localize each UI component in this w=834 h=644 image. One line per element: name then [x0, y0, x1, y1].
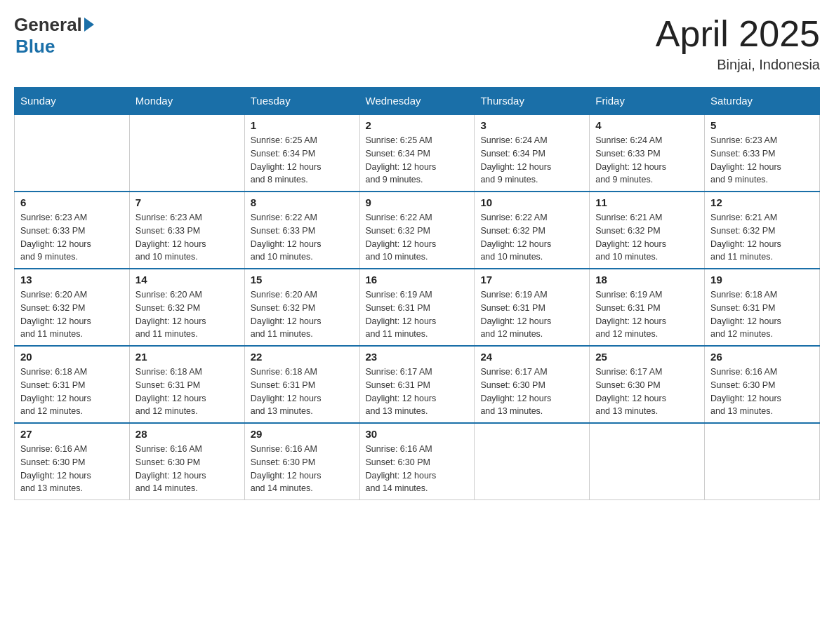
day-info: Sunrise: 6:22 AMSunset: 6:32 PMDaylight:… [480, 211, 583, 264]
day-number: 29 [251, 428, 354, 440]
day-info: Sunrise: 6:24 AMSunset: 6:34 PMDaylight:… [480, 134, 583, 187]
calendar-cell: 3Sunrise: 6:24 AMSunset: 6:34 PMDaylight… [475, 114, 590, 192]
day-number: 18 [595, 274, 699, 286]
day-info: Sunrise: 6:16 AMSunset: 6:30 PMDaylight:… [135, 443, 239, 495]
calendar-cell [129, 114, 244, 192]
day-info: Sunrise: 6:20 AMSunset: 6:32 PMDaylight:… [251, 288, 354, 341]
day-number: 4 [595, 119, 699, 131]
calendar-week-row-5: 27Sunrise: 6:16 AMSunset: 6:30 PMDayligh… [15, 423, 820, 500]
day-number: 13 [20, 274, 124, 286]
day-info: Sunrise: 6:23 AMSunset: 6:33 PMDaylight:… [710, 134, 814, 187]
day-number: 19 [710, 274, 814, 286]
day-number: 2 [366, 119, 469, 131]
day-info: Sunrise: 6:23 AMSunset: 6:33 PMDaylight:… [135, 211, 239, 264]
calendar-cell: 6Sunrise: 6:23 AMSunset: 6:33 PMDaylight… [15, 192, 130, 269]
day-number: 15 [251, 274, 354, 286]
calendar-cell: 24Sunrise: 6:17 AMSunset: 6:30 PMDayligh… [475, 346, 590, 423]
day-number: 9 [366, 196, 469, 208]
calendar-cell: 14Sunrise: 6:20 AMSunset: 6:32 PMDayligh… [129, 269, 244, 346]
calendar-cell: 17Sunrise: 6:19 AMSunset: 6:31 PMDayligh… [475, 269, 590, 346]
day-number: 23 [366, 351, 469, 363]
day-number: 16 [366, 274, 469, 286]
day-info: Sunrise: 6:17 AMSunset: 6:30 PMDaylight:… [595, 365, 699, 418]
day-info: Sunrise: 6:18 AMSunset: 6:31 PMDaylight:… [710, 288, 814, 341]
day-number: 10 [480, 196, 583, 208]
calendar-cell: 11Sunrise: 6:21 AMSunset: 6:32 PMDayligh… [590, 192, 705, 269]
day-info: Sunrise: 6:18 AMSunset: 6:31 PMDaylight:… [20, 365, 124, 418]
day-number: 20 [20, 351, 124, 363]
calendar-cell: 28Sunrise: 6:16 AMSunset: 6:30 PMDayligh… [129, 423, 244, 500]
calendar-cell: 20Sunrise: 6:18 AMSunset: 6:31 PMDayligh… [15, 346, 130, 423]
calendar-header-tuesday: Tuesday [244, 88, 359, 115]
calendar-cell [15, 114, 130, 192]
calendar-header-row: SundayMondayTuesdayWednesdayThursdayFrid… [15, 88, 820, 115]
day-number: 5 [710, 119, 814, 131]
calendar-week-row-4: 20Sunrise: 6:18 AMSunset: 6:31 PMDayligh… [15, 346, 820, 423]
calendar-cell: 5Sunrise: 6:23 AMSunset: 6:33 PMDaylight… [705, 114, 820, 192]
day-number: 11 [595, 196, 699, 208]
calendar-week-row-3: 13Sunrise: 6:20 AMSunset: 6:32 PMDayligh… [15, 269, 820, 346]
day-info: Sunrise: 6:20 AMSunset: 6:32 PMDaylight:… [135, 288, 239, 341]
calendar-week-row-1: 1Sunrise: 6:25 AMSunset: 6:34 PMDaylight… [15, 114, 820, 192]
calendar-cell: 26Sunrise: 6:16 AMSunset: 6:30 PMDayligh… [705, 346, 820, 423]
calendar-cell [705, 423, 820, 500]
day-number: 24 [480, 351, 583, 363]
day-number: 17 [480, 274, 583, 286]
day-info: Sunrise: 6:16 AMSunset: 6:30 PMDaylight:… [366, 443, 469, 495]
calendar-cell: 15Sunrise: 6:20 AMSunset: 6:32 PMDayligh… [244, 269, 359, 346]
logo-general-text: General [14, 14, 82, 36]
day-number: 22 [251, 351, 354, 363]
calendar-cell: 19Sunrise: 6:18 AMSunset: 6:31 PMDayligh… [705, 269, 820, 346]
day-info: Sunrise: 6:24 AMSunset: 6:33 PMDaylight:… [595, 134, 699, 187]
calendar-header-saturday: Saturday [705, 88, 820, 115]
calendar-cell: 2Sunrise: 6:25 AMSunset: 6:34 PMDaylight… [359, 114, 475, 192]
day-info: Sunrise: 6:19 AMSunset: 6:31 PMDaylight:… [366, 288, 469, 341]
day-info: Sunrise: 6:17 AMSunset: 6:30 PMDaylight:… [480, 365, 583, 418]
calendar-header-monday: Monday [129, 88, 244, 115]
calendar-cell: 25Sunrise: 6:17 AMSunset: 6:30 PMDayligh… [590, 346, 705, 423]
calendar-cell: 29Sunrise: 6:16 AMSunset: 6:30 PMDayligh… [244, 423, 359, 500]
day-number: 1 [251, 119, 354, 131]
title-section: April 2025 Binjai, Indonesia [656, 14, 820, 73]
calendar-cell: 18Sunrise: 6:19 AMSunset: 6:31 PMDayligh… [590, 269, 705, 346]
day-info: Sunrise: 6:19 AMSunset: 6:31 PMDaylight:… [480, 288, 583, 341]
calendar-cell: 21Sunrise: 6:18 AMSunset: 6:31 PMDayligh… [129, 346, 244, 423]
calendar-header-sunday: Sunday [15, 88, 130, 115]
day-info: Sunrise: 6:16 AMSunset: 6:30 PMDaylight:… [710, 365, 814, 418]
calendar-cell: 13Sunrise: 6:20 AMSunset: 6:32 PMDayligh… [15, 269, 130, 346]
day-info: Sunrise: 6:16 AMSunset: 6:30 PMDaylight:… [251, 443, 354, 495]
day-info: Sunrise: 6:21 AMSunset: 6:32 PMDaylight:… [595, 211, 699, 264]
calendar-header-thursday: Thursday [475, 88, 590, 115]
logo: General Blue [14, 14, 94, 58]
calendar-cell: 10Sunrise: 6:22 AMSunset: 6:32 PMDayligh… [475, 192, 590, 269]
calendar-cell: 8Sunrise: 6:22 AMSunset: 6:33 PMDaylight… [244, 192, 359, 269]
calendar-week-row-2: 6Sunrise: 6:23 AMSunset: 6:33 PMDaylight… [15, 192, 820, 269]
day-number: 8 [251, 196, 354, 208]
calendar-cell: 22Sunrise: 6:18 AMSunset: 6:31 PMDayligh… [244, 346, 359, 423]
day-number: 30 [366, 428, 469, 440]
day-number: 25 [595, 351, 699, 363]
day-number: 6 [20, 196, 124, 208]
logo-blue-text: Blue [15, 36, 55, 58]
day-number: 28 [135, 428, 239, 440]
day-number: 27 [20, 428, 124, 440]
day-number: 21 [135, 351, 239, 363]
day-info: Sunrise: 6:21 AMSunset: 6:32 PMDaylight:… [710, 211, 814, 264]
page-header: General Blue April 2025 Binjai, Indonesi… [14, 14, 820, 73]
day-info: Sunrise: 6:18 AMSunset: 6:31 PMDaylight:… [135, 365, 239, 418]
calendar-cell: 12Sunrise: 6:21 AMSunset: 6:32 PMDayligh… [705, 192, 820, 269]
calendar-cell: 7Sunrise: 6:23 AMSunset: 6:33 PMDaylight… [129, 192, 244, 269]
logo-triangle-icon [84, 18, 94, 32]
day-number: 12 [710, 196, 814, 208]
day-number: 26 [710, 351, 814, 363]
day-info: Sunrise: 6:19 AMSunset: 6:31 PMDaylight:… [595, 288, 699, 341]
location-label: Binjai, Indonesia [656, 57, 820, 73]
calendar-cell: 4Sunrise: 6:24 AMSunset: 6:33 PMDaylight… [590, 114, 705, 192]
calendar-header-wednesday: Wednesday [359, 88, 475, 115]
day-info: Sunrise: 6:23 AMSunset: 6:33 PMDaylight:… [20, 211, 124, 264]
calendar-cell: 1Sunrise: 6:25 AMSunset: 6:34 PMDaylight… [244, 114, 359, 192]
day-info: Sunrise: 6:17 AMSunset: 6:31 PMDaylight:… [366, 365, 469, 418]
day-info: Sunrise: 6:20 AMSunset: 6:32 PMDaylight:… [20, 288, 124, 341]
day-info: Sunrise: 6:18 AMSunset: 6:31 PMDaylight:… [251, 365, 354, 418]
calendar-cell: 27Sunrise: 6:16 AMSunset: 6:30 PMDayligh… [15, 423, 130, 500]
